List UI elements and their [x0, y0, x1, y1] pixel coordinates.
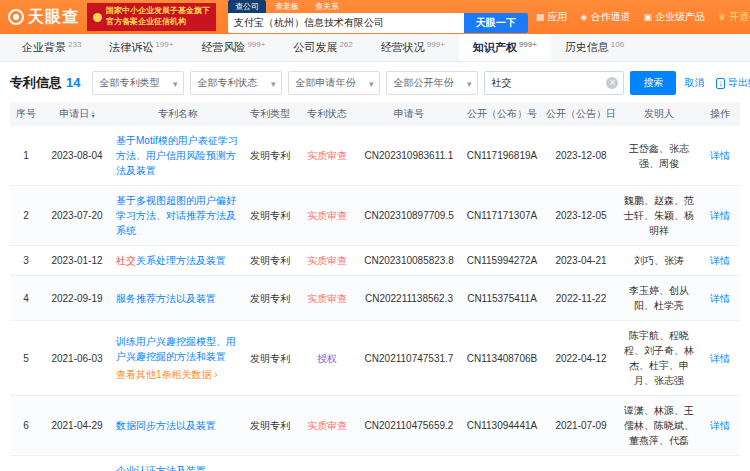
export-data-button[interactable]: 导出数据: [716, 76, 750, 90]
publication-number: CN115994272A: [460, 246, 544, 276]
patent-type: 发明专利: [244, 396, 296, 456]
detail-link[interactable]: 详情: [710, 420, 730, 431]
patent-toolbar: 专利信息14 全部专利类型 全部专利状态 全部申请年份 全部公开年份 搜索 取消…: [0, 62, 750, 102]
patent-name-link[interactable]: 数据同步方法以及装置: [116, 418, 240, 433]
col-action: 操作: [700, 102, 740, 126]
col-patent-name: 专利名称: [112, 102, 244, 126]
tab-company-development[interactable]: 公司发展262: [279, 34, 366, 61]
detail-link[interactable]: 详情: [710, 210, 730, 221]
patent-type: 发明专利: [244, 246, 296, 276]
nav-apps[interactable]: ▦应用: [536, 10, 568, 24]
keyword-input[interactable]: [485, 78, 606, 89]
top-header: 天眼查 国家中小企业发展子基金旗下 官方备案企业征信机构 查公司 查老板 查关系…: [0, 0, 750, 34]
grid-icon: ▦: [536, 12, 545, 22]
patent-status: 实质审查: [307, 255, 347, 266]
nav-enterprise-products[interactable]: ▣企业级产品: [643, 10, 705, 24]
tab-label: 经营风险: [201, 40, 245, 55]
application-number: CN202110747531.7: [358, 321, 460, 396]
publication-number: CN113094441A: [460, 396, 544, 456]
download-icon: [716, 77, 725, 89]
patent-name-link[interactable]: 服务推荐方法以及装置: [116, 291, 240, 306]
nav-membership-label: 开通会员: [729, 10, 750, 24]
col-inventors: 发明人: [618, 102, 700, 126]
cancel-button[interactable]: 取消: [684, 76, 704, 90]
col-seq: 序号: [10, 102, 42, 126]
application-number: CN202310085823.8: [358, 246, 460, 276]
tianyancha-eye-icon: [8, 9, 24, 25]
nav-open-membership[interactable]: ♛开通会员: [718, 10, 750, 24]
search-tab-relation[interactable]: 查关系: [308, 0, 346, 13]
table-row: 4 2022-09-19 服务推荐方法以及装置 发明专利 实质审查 CN2022…: [10, 276, 740, 321]
patent-type: 发明专利: [244, 126, 296, 186]
inventors: 王岱鑫、张志强、周俊: [618, 126, 700, 186]
patent-table-body: 1 2023-08-04 基于Motif模的用户表征学习方法、用户信用风险预测方…: [10, 126, 740, 471]
application-number: CN202310897709.5: [358, 186, 460, 246]
tab-history-info[interactable]: 历史信息106: [551, 34, 638, 61]
table-row: 3 2023-01-12 社交关系处理方法及装置 发明专利 实质审查 CN202…: [10, 246, 740, 276]
patent-name-link[interactable]: 社交关系处理方法及装置: [116, 253, 240, 268]
detail-link[interactable]: 详情: [710, 255, 730, 266]
filter-publication-year[interactable]: 全部公开年份: [386, 71, 478, 95]
publication-date: 2023-04-07: [544, 456, 618, 471]
table-row: 7 2021-02-18 企业认证方法及装置 查看其他1条相关数据 发明专利 授…: [10, 456, 740, 471]
inventors: 谭潇、林源、王儒林、陈晓斌、董燕萍、代磊: [618, 396, 700, 456]
publication-number: CN117171307A: [460, 186, 544, 246]
tab-label: 知识产权: [473, 40, 517, 55]
inventors: 陈宇航、程晓程、刘子奇、林杰、杜宇、申月、张志强: [618, 321, 700, 396]
tab-company-background[interactable]: 企业背景233: [8, 34, 95, 61]
detail-link[interactable]: 详情: [710, 150, 730, 161]
application-date: 2021-02-18: [42, 456, 112, 471]
publication-date: 2021-07-09: [544, 396, 618, 456]
nav-cooperation[interactable]: ◈合作通道: [581, 10, 631, 24]
filter-application-year[interactable]: 全部申请年份: [288, 71, 380, 95]
filter-patent-status[interactable]: 全部专利状态: [190, 71, 282, 95]
tab-intellectual-property[interactable]: 知识产权999+: [459, 34, 551, 61]
tab-count: 999+: [519, 40, 537, 49]
patent-type: 发明专利: [244, 456, 296, 471]
search-button[interactable]: 搜索: [630, 71, 676, 95]
chevron-down-icon: [173, 78, 178, 89]
header-search-button[interactable]: 天眼一下: [464, 13, 528, 33]
tianyancha-logo[interactable]: 天眼查: [8, 7, 79, 28]
search-tab-boss[interactable]: 查老板: [268, 0, 306, 13]
application-number: CN202110475659.2: [358, 396, 460, 456]
sort-icon[interactable]: [91, 110, 94, 118]
patent-name-link[interactable]: 训练用户兴趣挖掘模型、用户兴趣挖掘的方法和装置: [116, 334, 240, 364]
patent-type: 发明专利: [244, 321, 296, 396]
filter-label: 全部公开年份: [393, 76, 453, 90]
patent-name-link[interactable]: 基于Motif模的用户表征学习方法、用户信用风险预测方法及装置: [116, 133, 240, 178]
patent-status: 实质审查: [307, 420, 347, 431]
company-search-input[interactable]: [228, 13, 464, 33]
header-nav: ▦应用 ◈合作通道 ▣企业级产品 ♛开通会员 组织: [536, 10, 750, 24]
patent-name-link[interactable]: 基于多视图超图的用户偏好学习方法、对话推荐方法及系统: [116, 193, 240, 238]
application-number: CN202211138562.3: [358, 276, 460, 321]
patent-status: 实质审查: [307, 210, 347, 221]
tab-legal-litigation[interactable]: 法律诉讼199+: [95, 34, 187, 61]
publication-number: CN113408706B: [460, 321, 544, 396]
detail-link[interactable]: 详情: [710, 353, 730, 364]
nav-enterprise-label: 企业级产品: [655, 10, 705, 24]
crown-icon: ♛: [718, 12, 726, 22]
patent-name-link[interactable]: 企业认证方法及装置: [116, 463, 240, 471]
col-publication-date[interactable]: 公开（公告）日: [544, 102, 618, 126]
application-date: 2023-07-20: [42, 186, 112, 246]
filter-patent-type[interactable]: 全部专利类型: [92, 71, 184, 95]
patent-type: 发明专利: [244, 186, 296, 246]
tab-operating-status[interactable]: 经营状况999+: [367, 34, 459, 61]
tab-count: 999+: [427, 40, 445, 49]
application-date: 2023-01-12: [42, 246, 112, 276]
clear-icon[interactable]: [606, 77, 618, 89]
application-date: 2023-08-04: [42, 126, 112, 186]
patent-status: 授权: [317, 353, 337, 364]
medal-icon: [93, 13, 102, 22]
col-application-date[interactable]: 申请日: [42, 102, 112, 126]
tab-business-risk[interactable]: 经营风险999+: [187, 34, 279, 61]
patent-table: 序号 申请日 专利名称 专利类型 专利状态 申请号 公开（公布）号 公开（公告）…: [10, 102, 740, 471]
filter-label: 全部专利类型: [99, 76, 159, 90]
related-data-link[interactable]: 查看其他1条相关数据: [116, 367, 240, 382]
tab-count: 233: [68, 40, 81, 49]
col-label: 申请日: [59, 108, 89, 119]
detail-link[interactable]: 详情: [710, 293, 730, 304]
search-tab-company[interactable]: 查公司: [228, 0, 266, 13]
chevron-down-icon: [271, 78, 276, 89]
